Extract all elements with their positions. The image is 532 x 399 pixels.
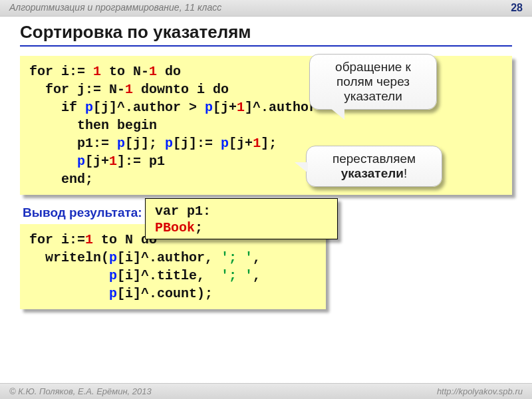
code-text: ]:= p1 bbox=[117, 154, 165, 169]
code-text: p1:= bbox=[29, 136, 117, 151]
callout-field-access: обращение к полям через указатели bbox=[309, 54, 437, 110]
code-text: [j+ bbox=[85, 154, 109, 169]
code-text: ; bbox=[195, 220, 203, 235]
code-text: [j]^.author > bbox=[93, 100, 205, 115]
code-text bbox=[29, 286, 109, 301]
code-ident: p bbox=[221, 136, 229, 151]
callout-text: указатели bbox=[344, 89, 402, 103]
code-text: if bbox=[29, 100, 85, 115]
code-number: 1 bbox=[253, 136, 261, 151]
code-number: 1 bbox=[149, 64, 157, 79]
code-string: '; ' bbox=[221, 268, 253, 283]
code-text: ]; bbox=[261, 136, 277, 151]
course-label: Алгоритмизация и программирование, 11 кл… bbox=[9, 2, 221, 14]
code-text: , bbox=[253, 268, 261, 283]
code-text: writeln( bbox=[29, 250, 109, 265]
code-ident: p bbox=[165, 136, 173, 151]
code-string: '; ' bbox=[221, 250, 253, 265]
code-type: PBook bbox=[155, 220, 195, 235]
code-text: end; bbox=[29, 172, 93, 187]
callout-text: полям через bbox=[336, 74, 410, 88]
page-title: Сортировка по указателям bbox=[20, 22, 512, 47]
code-text bbox=[29, 268, 109, 283]
code-text bbox=[29, 154, 77, 169]
code-ident: p bbox=[109, 286, 117, 301]
code-text: [j+ bbox=[229, 136, 253, 151]
code-number: 1 bbox=[125, 82, 133, 97]
code-ident: p bbox=[77, 154, 85, 169]
code-text: [i]^.title, bbox=[117, 268, 221, 283]
code-text: for j:= N- bbox=[29, 82, 125, 97]
code-ident: p bbox=[109, 268, 117, 283]
code-text: for i:= bbox=[29, 64, 93, 79]
code-text: var bbox=[155, 203, 187, 219]
code-text: [i]^.author, bbox=[117, 250, 221, 265]
code-number: 1 bbox=[237, 100, 245, 115]
code-text: downto i do bbox=[133, 82, 229, 97]
code-text: for i:= bbox=[29, 232, 85, 247]
code-text: then begin bbox=[29, 118, 157, 133]
callout-swap-pointers: переставляем указатели! bbox=[306, 146, 442, 187]
code-number: 1 bbox=[109, 154, 117, 169]
code-ident: p bbox=[109, 250, 117, 265]
code-number: 1 bbox=[85, 232, 93, 247]
code-text: [j]; bbox=[125, 136, 165, 151]
code-text: do bbox=[157, 64, 181, 79]
code-text: to N- bbox=[101, 64, 149, 79]
page-number: 28 bbox=[511, 2, 523, 14]
callout-text: ! bbox=[404, 166, 407, 180]
code-text: p1: bbox=[187, 203, 211, 219]
header-bar: Алгоритмизация и программирование, 11 кл… bbox=[0, 0, 532, 17]
code-text: [i]^.count); bbox=[117, 286, 213, 301]
code-box-var: var p1: PBook; bbox=[145, 198, 338, 239]
code-text: [j]:= bbox=[173, 136, 221, 151]
code-ident: p bbox=[117, 136, 125, 151]
code-text: [j+ bbox=[213, 100, 237, 115]
footer-bar: © К.Ю. Поляков, Е.А. Ерёмин, 2013 http:/… bbox=[0, 383, 532, 399]
copyright: © К.Ю. Поляков, Е.А. Ерёмин, 2013 bbox=[9, 386, 152, 396]
code-ident: p bbox=[205, 100, 213, 115]
callout-text-bold: указатели bbox=[341, 166, 404, 180]
callout-text: обращение к bbox=[335, 60, 411, 74]
code-number: 1 bbox=[93, 64, 101, 79]
code-ident: p bbox=[85, 100, 93, 115]
footer-url: http://kpolyakov.spb.ru bbox=[437, 386, 523, 396]
code-text: ]^.author bbox=[245, 100, 317, 115]
callout-text: переставляем bbox=[332, 152, 416, 166]
code-text: , bbox=[253, 250, 261, 265]
